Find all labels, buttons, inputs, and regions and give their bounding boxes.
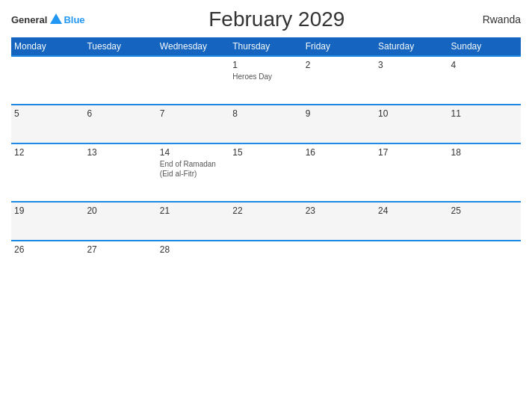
calendar-day-cell [448, 241, 521, 279]
calendar-day-cell: 26 [11, 241, 84, 279]
calendar-week-row: 121314End of Ramadan (Eid al-Fitr)151617… [11, 143, 521, 202]
calendar-day-cell: 14End of Ramadan (Eid al-Fitr) [157, 143, 229, 202]
calendar-day-cell: 27 [84, 241, 156, 279]
calendar-day-cell [229, 241, 302, 279]
calendar-day-cell: 9 [303, 105, 375, 143]
calendar-day-cell: 7 [157, 105, 229, 143]
calendar-day-cell: 24 [375, 202, 448, 241]
holiday-label: End of Ramadan (Eid al-Fitr) [160, 159, 226, 179]
day-number: 28 [160, 244, 226, 255]
day-number: 24 [378, 206, 445, 216]
calendar-week-row: 1Heroes Day234 [11, 56, 521, 105]
calendar-day-cell: 4 [448, 56, 521, 105]
calendar-day-cell: 11 [448, 105, 521, 143]
calendar-container: General Blue February 2029 Rwanda Monday… [0, 0, 532, 411]
calendar-day-cell [84, 56, 156, 105]
day-number: 1 [232, 60, 299, 70]
svg-marker-0 [50, 13, 62, 24]
day-number: 21 [160, 206, 226, 216]
header-friday: Friday [303, 37, 375, 56]
calendar-day-cell: 12 [11, 143, 84, 202]
calendar-day-cell: 8 [229, 105, 302, 143]
logo: General Blue [11, 12, 85, 27]
day-number: 12 [14, 147, 81, 158]
calendar-day-cell: 10 [375, 105, 448, 143]
calendar-day-cell: 18 [448, 143, 521, 202]
calendar-day-cell: 2 [303, 56, 375, 105]
calendar-body: 1Heroes Day234567891011121314End of Rama… [11, 56, 521, 279]
header-wednesday: Wednesday [157, 37, 229, 56]
day-number: 9 [306, 108, 372, 119]
calendar-day-cell: 5 [11, 105, 84, 143]
day-number: 10 [378, 108, 445, 119]
day-number: 13 [87, 147, 153, 158]
calendar-day-cell: 21 [157, 202, 229, 241]
calendar-day-cell: 3 [375, 56, 448, 105]
day-number: 26 [14, 244, 81, 255]
logo-general-text: General [11, 14, 47, 25]
day-number: 14 [160, 147, 226, 158]
calendar-day-cell: 17 [375, 143, 448, 202]
calendar-day-cell [157, 56, 229, 105]
holiday-label: Heroes Day [232, 72, 299, 81]
day-number: 6 [87, 108, 153, 119]
calendar-day-cell: 16 [303, 143, 375, 202]
header-monday: Monday [11, 37, 84, 56]
calendar-day-cell [11, 56, 84, 105]
day-number: 2 [306, 60, 372, 70]
calendar-day-cell: 25 [448, 202, 521, 241]
day-number: 20 [87, 206, 153, 216]
day-number: 27 [87, 244, 153, 255]
logo-blue-text: Blue [64, 14, 84, 25]
day-number: 5 [14, 108, 81, 119]
calendar-header: General Blue February 2029 Rwanda [11, 7, 521, 31]
header-tuesday: Tuesday [84, 37, 156, 56]
weekday-header-row: Monday Tuesday Wednesday Thursday Friday… [11, 37, 521, 56]
calendar-day-cell: 20 [84, 202, 156, 241]
day-number: 25 [451, 206, 518, 216]
calendar-day-cell: 1Heroes Day [229, 56, 302, 105]
day-number: 4 [451, 60, 518, 70]
calendar-day-cell: 13 [84, 143, 156, 202]
day-number: 15 [232, 147, 299, 158]
calendar-week-row: 19202122232425 [11, 202, 521, 241]
calendar-day-cell: 6 [84, 105, 156, 143]
calendar-day-cell [303, 241, 375, 279]
day-number: 19 [14, 206, 81, 216]
calendar-day-cell: 28 [157, 241, 229, 279]
day-number: 17 [378, 147, 445, 158]
day-number: 7 [160, 108, 226, 119]
day-number: 8 [232, 108, 299, 119]
day-number: 22 [232, 206, 299, 216]
day-number: 11 [451, 108, 518, 119]
calendar-day-cell: 23 [303, 202, 375, 241]
calendar-day-cell [375, 241, 448, 279]
day-number: 23 [306, 206, 372, 216]
calendar-day-cell: 15 [229, 143, 302, 202]
calendar-title: February 2029 [85, 7, 468, 31]
calendar-week-row: 567891011 [11, 105, 521, 143]
logo-triangle-icon [49, 12, 64, 27]
day-number: 3 [378, 60, 445, 70]
calendar-day-cell: 22 [229, 202, 302, 241]
header-sunday: Sunday [448, 37, 521, 56]
day-number: 16 [306, 147, 372, 158]
header-saturday: Saturday [375, 37, 448, 56]
calendar-week-row: 262728 [11, 241, 521, 279]
calendar-table: Monday Tuesday Wednesday Thursday Friday… [11, 37, 521, 279]
country-label: Rwanda [468, 13, 521, 25]
day-number: 18 [451, 147, 518, 158]
header-thursday: Thursday [229, 37, 302, 56]
calendar-day-cell: 19 [11, 202, 84, 241]
